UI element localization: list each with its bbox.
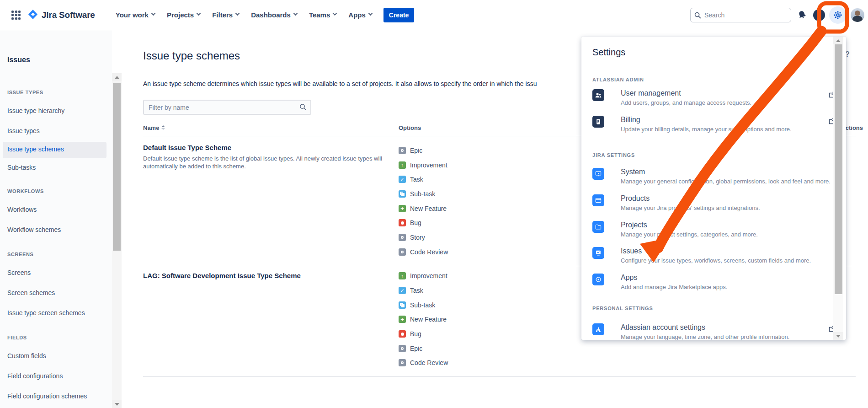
search-input[interactable] bbox=[704, 11, 782, 19]
global-search bbox=[690, 8, 791, 22]
nav-item-filters[interactable]: Filters bbox=[206, 6, 245, 24]
issue-type-option: Epic bbox=[399, 143, 448, 158]
scheme-options-list: ↑Improvement ✓Task Sub-task +New Feature… bbox=[399, 266, 448, 377]
scheme-description: Default issue type scheme is the list of… bbox=[143, 155, 383, 170]
sidebar-item-workflows[interactable]: Workflows bbox=[7, 206, 112, 215]
scrollbar-thumb[interactable] bbox=[113, 83, 121, 251]
sidebar-item-field-configurations[interactable]: Field configurations bbox=[7, 372, 112, 381]
user-management-icon bbox=[592, 89, 604, 101]
issue-type-icon-task: ✓ bbox=[399, 176, 406, 183]
scheme-name[interactable]: LAG: Software Development Issue Type Sch… bbox=[143, 272, 399, 279]
projects-icon bbox=[592, 221, 604, 233]
sidebar-item-issue-types[interactable]: Issue types bbox=[7, 127, 112, 136]
filter-by-name-input[interactable] bbox=[143, 100, 311, 115]
jira-logo[interactable]: Jira Software bbox=[28, 9, 95, 21]
sidebar-item-field-configuration-schemes[interactable]: Field configuration schemes bbox=[7, 392, 112, 402]
column-header-options: Options bbox=[399, 124, 421, 131]
settings-item-atlassian-account-settings[interactable]: Atlassian account settings Manage your l… bbox=[592, 322, 830, 344]
settings-gear-icon[interactable] bbox=[829, 6, 847, 24]
sidebar-item-issue-type-schemes[interactable]: Issue type schemes bbox=[3, 142, 107, 158]
issue-type-option: Bug bbox=[399, 327, 448, 341]
settings-item-user-management[interactable]: User management Add users, groups, and m… bbox=[592, 88, 830, 110]
settings-panel-title: Settings bbox=[592, 47, 625, 58]
search-icon bbox=[694, 12, 701, 19]
issue-type-option: Sub-task bbox=[399, 187, 448, 201]
sidebar-item-custom-fields[interactable]: Custom fields bbox=[7, 352, 112, 361]
sidebar-item-sub-tasks[interactable]: Sub-tasks bbox=[7, 164, 112, 173]
atlassian-account-settings-icon bbox=[592, 323, 604, 335]
scroll-down-button[interactable] bbox=[833, 332, 843, 340]
nav-item-dashboards[interactable]: Dashboards bbox=[245, 6, 303, 24]
issue-type-option: ↑Improvement bbox=[399, 158, 448, 172]
settings-item-billing[interactable]: Billing Update your billing details, man… bbox=[592, 115, 830, 137]
sidebar-scrollbar[interactable] bbox=[112, 73, 122, 408]
jira-admin-window: Jira Software Your work Projects Filters… bbox=[0, 0, 868, 408]
scroll-down-button[interactable] bbox=[112, 400, 122, 408]
sort-icon bbox=[161, 125, 165, 130]
scheme-options-list: Epic ↑Improvement ✓Task Sub-task +New Fe… bbox=[399, 136, 448, 266]
issue-type-icon-generic bbox=[399, 147, 406, 154]
issue-type-icon-bug bbox=[399, 219, 406, 226]
sidebar-item-screens[interactable]: Screens bbox=[7, 269, 112, 278]
page-title: Issue type schemes bbox=[143, 49, 240, 62]
products-icon bbox=[592, 194, 604, 206]
scheme-name[interactable]: Default Issue Type Scheme bbox=[143, 144, 399, 151]
scroll-up-button[interactable] bbox=[833, 37, 843, 44]
issue-type-icon-generic bbox=[399, 345, 406, 352]
issue-type-icon-generic bbox=[399, 234, 406, 241]
chevron-down-icon bbox=[293, 11, 298, 16]
scrollbar-thumb[interactable] bbox=[835, 44, 842, 294]
nav-item-your-work[interactable]: Your work bbox=[110, 6, 161, 24]
issue-type-option: +New Feature bbox=[399, 312, 448, 327]
settings-item-issues[interactable]: Issues Configure your issue types, workf… bbox=[592, 246, 830, 268]
column-header-name[interactable]: Name bbox=[143, 124, 165, 131]
chevron-down-icon bbox=[368, 11, 373, 16]
app-switcher-icon[interactable] bbox=[11, 11, 21, 20]
notifications-bell-icon[interactable] bbox=[795, 8, 809, 22]
nav-item-apps[interactable]: Apps bbox=[342, 6, 378, 24]
create-button[interactable]: Create bbox=[383, 8, 415, 22]
sidebar-section-fields: FIELDS bbox=[7, 335, 112, 341]
user-avatar[interactable] bbox=[851, 8, 864, 22]
sidebar-section-workflows: WORKFLOWS bbox=[7, 188, 112, 195]
settings-panel-scrollbar[interactable] bbox=[833, 37, 843, 340]
nav-item-teams[interactable]: Teams bbox=[303, 6, 342, 24]
chevron-down-icon bbox=[197, 11, 201, 16]
sidebar-section-screens: SCREENS bbox=[7, 252, 112, 258]
settings-section-atlassian-admin: ATLASSIAN ADMIN bbox=[592, 77, 644, 82]
issue-type-icon-newfeature: + bbox=[399, 205, 406, 212]
apps-icon bbox=[592, 274, 604, 285]
issue-type-option: Story bbox=[399, 230, 448, 245]
sidebar-item-issue-type-hierarchy[interactable]: Issue type hierarchy bbox=[7, 107, 112, 116]
sidebar-item-workflow-schemes[interactable]: Workflow schemes bbox=[7, 226, 112, 235]
top-navigation-bar: Jira Software Your work Projects Filters… bbox=[0, 0, 868, 30]
nav-item-projects[interactable]: Projects bbox=[161, 6, 206, 24]
logo-text: Jira Software bbox=[42, 10, 95, 20]
chevron-down-icon bbox=[151, 11, 156, 16]
sidebar-item-issue-type-screen-schemes[interactable]: Issue type screen schemes bbox=[7, 309, 112, 318]
settings-item-products[interactable]: Products Manage your Jira products' sett… bbox=[592, 193, 830, 215]
table-bottom-border bbox=[143, 376, 856, 377]
help-icon[interactable]: ? bbox=[813, 9, 825, 21]
issue-type-icon-task: ✓ bbox=[399, 287, 406, 294]
issues-icon bbox=[592, 247, 604, 259]
issue-type-option: ✓Task bbox=[399, 283, 448, 298]
issue-type-icon-improvement: ↑ bbox=[399, 272, 406, 279]
settings-dropdown-panel: Settings ATLASSIAN ADMIN User management… bbox=[581, 37, 846, 340]
settings-section-personal-settings: PERSONAL SETTINGS bbox=[592, 306, 653, 311]
filter-field-wrap bbox=[143, 100, 311, 115]
settings-item-apps[interactable]: Apps Add and manage Jira Marketplace app… bbox=[592, 273, 830, 295]
sidebar-item-screen-schemes[interactable]: Screen schemes bbox=[7, 289, 112, 298]
sidebar-heading: Issues bbox=[7, 56, 112, 66]
issue-type-icon-generic bbox=[399, 248, 406, 256]
nav-right-cluster: ? bbox=[690, 0, 864, 30]
sidebar-section-issue-types: ISSUE TYPES bbox=[7, 90, 112, 96]
issue-type-icon-newfeature: + bbox=[399, 316, 406, 323]
scroll-up-button[interactable] bbox=[112, 73, 122, 81]
issue-type-option: Code Review bbox=[399, 356, 448, 370]
issue-type-icon-subtask bbox=[399, 301, 406, 309]
primary-nav: Your work Projects Filters Dashboards Te… bbox=[110, 6, 378, 24]
admin-sidebar: Issues ISSUE TYPESIssue type hierarchyIs… bbox=[0, 30, 112, 408]
settings-item-projects[interactable]: Projects Manage your project settings, c… bbox=[592, 220, 830, 242]
settings-item-system[interactable]: System Manage your general configuration… bbox=[592, 167, 830, 189]
